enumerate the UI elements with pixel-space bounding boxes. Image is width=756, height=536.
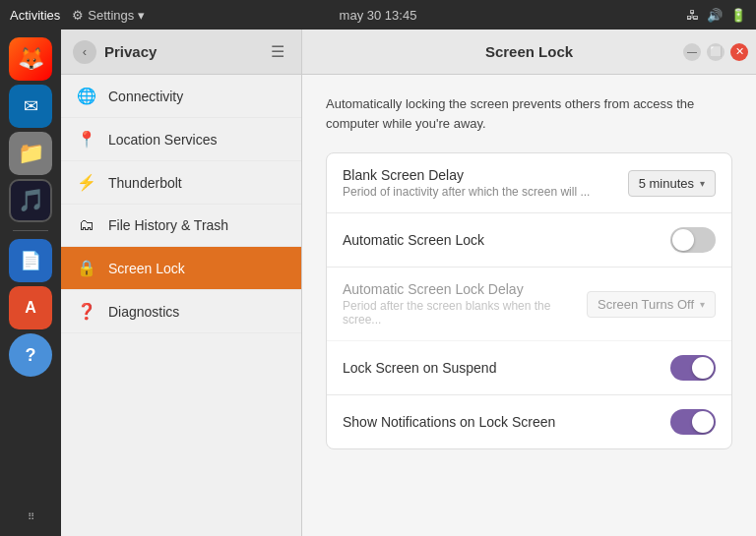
blank-screen-delay-label-block: Blank Screen Delay Period of inactivity …: [343, 167, 616, 199]
battery-icon: 🔋: [730, 8, 746, 23]
dock: 🦊 ✉ 📁 🎵 📄 A ? ⠿: [0, 30, 61, 536]
screen-lock-description: Automatically locking the screen prevent…: [326, 94, 732, 133]
sidebar-item-thunderbolt[interactable]: ⚡ Thunderbolt: [61, 161, 301, 205]
minimize-button[interactable]: —: [683, 43, 701, 61]
connectivity-label: Connectivity: [108, 89, 183, 104]
diagnostics-icon: ❓: [77, 302, 96, 321]
dock-show-all[interactable]: ⠿: [28, 511, 34, 528]
toggle-knob: [672, 229, 694, 251]
toggle-knob-2: [692, 357, 714, 379]
dropdown-arrow-icon: ▾: [700, 178, 705, 189]
settings-card: Blank Screen Delay Period of inactivity …: [326, 152, 732, 449]
automatic-screen-lock-row: Automatic Screen Lock: [327, 213, 731, 268]
show-notifications-label-block: Show Notifications on Lock Screen: [343, 414, 659, 430]
automatic-screen-lock-toggle[interactable]: [670, 227, 716, 253]
location-services-label: Location Services: [108, 132, 218, 148]
diagnostics-label: Diagnostics: [108, 304, 179, 320]
thunderbolt-icon: ⚡: [77, 173, 96, 192]
automatic-screen-lock-label: Automatic Screen Lock: [343, 232, 659, 248]
automatic-screen-lock-delay-sublabel: Period after the screen blanks when the …: [343, 299, 575, 327]
blank-screen-delay-value: 5 minutes: [639, 176, 694, 191]
screen-lock-delay-value: Screen Turns Off: [598, 297, 694, 312]
privacy-panel: ‹ Privacy ☰ 🌐 Connectivity 📍 Location Se…: [61, 30, 302, 536]
screen-lock-title: Screen Lock: [485, 43, 573, 60]
blank-screen-delay-label: Blank Screen Delay: [343, 167, 616, 183]
sidebar-item-location-services[interactable]: 📍 Location Services: [61, 118, 301, 161]
dropdown-arrow-icon-2: ▾: [700, 299, 705, 310]
file-history-label: File History & Trash: [108, 217, 228, 233]
dock-firefox[interactable]: 🦊: [9, 37, 52, 81]
main-container: 🦊 ✉ 📁 🎵 📄 A ? ⠿ ‹ Privacy ☰ 🌐 Connectivi…: [0, 30, 756, 536]
gear-icon: ⚙: [72, 8, 84, 23]
sidebar-item-screen-lock[interactable]: 🔒 Screen Lock: [61, 247, 301, 290]
screen-lock-content: Automatically locking the screen prevent…: [302, 75, 756, 536]
back-button[interactable]: ‹: [73, 40, 96, 64]
hamburger-menu-button[interactable]: ☰: [266, 40, 289, 64]
topbar-right: 🖧 🔊 🔋: [686, 8, 746, 23]
privacy-panel-title: Privacy: [104, 43, 258, 60]
toggle-knob-3: [692, 411, 714, 433]
automatic-screen-lock-delay-label: Automatic Screen Lock Delay: [343, 281, 575, 297]
automatic-screen-lock-delay-dropdown[interactable]: Screen Turns Off ▾: [587, 291, 716, 318]
dock-thunderbird[interactable]: ✉: [9, 85, 52, 128]
lock-screen-on-suspend-toggle[interactable]: [670, 355, 716, 381]
lock-screen-on-suspend-row: Lock Screen on Suspend: [327, 341, 731, 395]
screen-lock-nav-label: Screen Lock: [108, 261, 185, 276]
dock-help[interactable]: ?: [9, 333, 52, 377]
volume-icon: 🔊: [707, 8, 723, 23]
screen-lock-icon: 🔒: [77, 259, 96, 277]
automatic-screen-lock-delay-label-block: Automatic Screen Lock Delay Period after…: [343, 281, 575, 327]
automatic-screen-lock-delay-row: Automatic Screen Lock Delay Period after…: [327, 268, 731, 341]
sidebar-item-file-history-trash[interactable]: 🗂 File History & Trash: [61, 205, 301, 247]
thunderbolt-label: Thunderbolt: [108, 175, 182, 191]
close-button[interactable]: ✕: [730, 43, 748, 61]
location-icon: 📍: [77, 130, 96, 149]
screen-lock-panel: Screen Lock — ⬜ ✕ Automatically locking …: [302, 30, 756, 536]
sidebar-item-diagnostics[interactable]: ❓ Diagnostics: [61, 290, 301, 333]
show-notifications-toggle[interactable]: [670, 409, 716, 435]
privacy-header: ‹ Privacy ☰: [61, 30, 301, 75]
blank-screen-delay-dropdown[interactable]: 5 minutes ▾: [628, 170, 716, 197]
lock-screen-on-suspend-label: Lock Screen on Suspend: [343, 360, 659, 376]
show-notifications-row: Show Notifications on Lock Screen: [327, 395, 731, 448]
maximize-button[interactable]: ⬜: [707, 43, 724, 61]
show-notifications-label: Show Notifications on Lock Screen: [343, 414, 659, 430]
topbar-left: Activities ⚙ Settings ▾: [10, 8, 145, 23]
screen-lock-header: Screen Lock — ⬜ ✕: [302, 30, 756, 75]
chevron-down-icon: ▾: [138, 8, 145, 23]
network-icon: 🖧: [686, 8, 699, 23]
connectivity-icon: 🌐: [77, 87, 96, 105]
window-controls: — ⬜ ✕: [683, 43, 748, 61]
topbar: Activities ⚙ Settings ▾ may 30 13:45 🖧 🔊…: [0, 0, 756, 30]
dock-rhythmbox[interactable]: 🎵: [9, 179, 52, 222]
file-history-icon: 🗂: [77, 216, 96, 234]
dock-appstore[interactable]: A: [9, 286, 52, 329]
blank-screen-delay-row: Blank Screen Delay Period of inactivity …: [327, 153, 731, 213]
blank-screen-delay-sublabel: Period of inactivity after which the scr…: [343, 185, 616, 199]
topbar-datetime: may 30 13:45: [340, 8, 417, 23]
settings-menu-button[interactable]: ⚙ Settings ▾: [72, 8, 145, 23]
automatic-screen-lock-label-block: Automatic Screen Lock: [343, 232, 659, 248]
sidebar-item-connectivity[interactable]: 🌐 Connectivity: [61, 75, 301, 118]
lock-screen-on-suspend-label-block: Lock Screen on Suspend: [343, 360, 659, 376]
dock-writer[interactable]: 📄: [9, 239, 52, 282]
activities-button[interactable]: Activities: [10, 8, 60, 23]
dock-files[interactable]: 📁: [9, 132, 52, 175]
dock-divider: [13, 230, 48, 231]
